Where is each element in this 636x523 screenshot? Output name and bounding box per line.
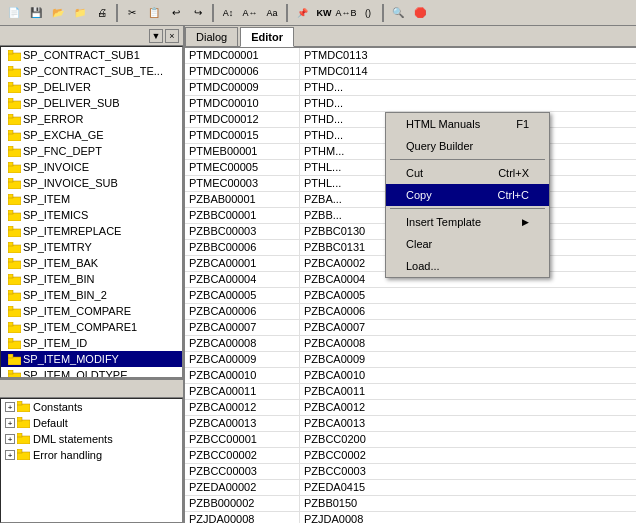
col2: PZBCA0005 (300, 288, 636, 303)
svg-rect-9 (8, 114, 13, 118)
ctx-label: Clear (406, 238, 432, 250)
table-row[interactable]: PZBB000002 PZBB0150 (185, 496, 636, 512)
redo-btn[interactable]: ↪ (188, 3, 208, 23)
item-icon (7, 192, 21, 206)
search-btn[interactable]: 🔍 (388, 3, 408, 23)
tree-item[interactable]: SP_ITEM_BIN (1, 271, 182, 287)
table-row[interactable]: PTMDC00010 PTHD... (185, 96, 636, 112)
template-item[interactable]: + DML statements (1, 431, 182, 447)
template-item[interactable]: + Constants (1, 399, 182, 415)
table-row[interactable]: PZBCA00008 PZBCA0008 (185, 336, 636, 352)
tree-item[interactable]: SP_CONTRACT_SUB_TE... (1, 63, 182, 79)
table-row[interactable]: PZBCA00009 PZBCA0009 (185, 352, 636, 368)
format2-btn[interactable]: A↔ (240, 3, 260, 23)
tree-item[interactable]: SP_ERROR (1, 111, 182, 127)
table-row[interactable]: PZBCA00010 PZBCA0010 (185, 368, 636, 384)
tree-item[interactable]: SP_ITEM_MODIFY (1, 351, 182, 367)
tree-item[interactable]: SP_ITEMREPLACE (1, 223, 182, 239)
new-btn[interactable]: 📄 (4, 3, 24, 23)
ctx-item-copy[interactable]: CopyCtrl+C (386, 184, 549, 206)
item-icon (7, 48, 21, 62)
tab-editor[interactable]: Editor (240, 27, 294, 47)
print-btn[interactable]: 🖨 (92, 3, 112, 23)
tree-item[interactable]: SP_ITEM_COMPARE1 (1, 319, 182, 335)
item-icon (7, 112, 21, 126)
copy-btn[interactable]: 📋 (144, 3, 164, 23)
svg-rect-11 (8, 130, 13, 134)
svg-rect-1 (8, 50, 13, 54)
col1: PTMDC00012 (185, 112, 300, 127)
ctx-item-html-manuals[interactable]: HTML ManualsF1 (386, 113, 549, 135)
tree-item[interactable]: SP_INVOICE (1, 159, 182, 175)
tree-item[interactable]: SP_ITEM_OLDTYPE (1, 367, 182, 378)
svg-rect-51 (17, 401, 22, 405)
t-expand-icon: + (5, 434, 15, 444)
tree-item[interactable]: SP_DELIVER_SUB (1, 95, 182, 111)
item-label: SP_INVOICE_SUB (23, 177, 118, 189)
table-row[interactable]: PZJDA00008 PZJDA0008 (185, 512, 636, 523)
col1: PZBBC00003 (185, 224, 300, 239)
table-row[interactable]: PTMDC00006 PTMDC0114 (185, 64, 636, 80)
open2-btn[interactable]: 📁 (70, 3, 90, 23)
table-row[interactable]: PZBCC00002 PZBCC0002 (185, 448, 636, 464)
svg-rect-15 (8, 162, 13, 166)
tree-item[interactable]: SP_CONTRACT_SUB1 (1, 47, 182, 63)
item-icon (7, 368, 21, 378)
table-row[interactable]: PZBCA00011 PZBCA0011 (185, 384, 636, 400)
tree-item[interactable]: SP_DELIVER (1, 79, 182, 95)
col2: PZBCC0003 (300, 464, 636, 479)
cut-btn[interactable]: ✂ (122, 3, 142, 23)
tree-item[interactable]: SP_FNC_DEPT (1, 143, 182, 159)
table-row[interactable]: PTMDC00009 PTHD... (185, 80, 636, 96)
table-row[interactable]: PTMDC00001 PTMDC0113 (185, 48, 636, 64)
undo-btn[interactable]: ↩ (166, 3, 186, 23)
table-row[interactable]: PZBCC00003 PZBCC0003 (185, 464, 636, 480)
template-item[interactable]: + Default (1, 415, 182, 431)
ctx-item-cut[interactable]: CutCtrl+X (386, 162, 549, 184)
format1-btn[interactable]: A↕ (218, 3, 238, 23)
save-btn[interactable]: 💾 (26, 3, 46, 23)
kw-btn[interactable]: KW (314, 3, 334, 23)
template-label: Error handling (33, 449, 102, 461)
ctx-shortcut: Ctrl+X (498, 167, 529, 179)
table-row[interactable]: PZBCA00006 PZBCA0006 (185, 304, 636, 320)
table-row[interactable]: PZEDA00002 PZEDA0415 (185, 480, 636, 496)
ctx-item-clear[interactable]: Clear (386, 233, 549, 255)
table-row[interactable]: PZBCA00007 PZBCA0007 (185, 320, 636, 336)
paren-btn[interactable]: () (358, 3, 378, 23)
tree-item[interactable]: SP_ITEM_BIN_2 (1, 287, 182, 303)
tree-item[interactable]: SP_ITEMTRY (1, 239, 182, 255)
ab-btn[interactable]: A↔B (336, 3, 356, 23)
bookmark-btn[interactable]: 📌 (292, 3, 312, 23)
ctx-item-load...[interactable]: Load... (386, 255, 549, 277)
tree-item[interactable]: SP_INVOICE_SUB (1, 175, 182, 191)
stop-btn[interactable]: 🛑 (410, 3, 430, 23)
table-row[interactable]: PZBCA00005 PZBCA0005 (185, 288, 636, 304)
table-row[interactable]: PZBCA00013 PZBCA0013 (185, 416, 636, 432)
table-row[interactable]: PZBCA00012 PZBCA0012 (185, 400, 636, 416)
tree-item[interactable]: SP_ITEM_COMPARE (1, 303, 182, 319)
objects-close-btn[interactable]: × (165, 29, 179, 43)
col2: PZBCA0011 (300, 384, 636, 399)
objects-list[interactable]: SP_CONTRACT_SUB1 SP_CONTRACT_SUB_TE... S… (0, 46, 183, 378)
ctx-item-insert-template[interactable]: Insert Template▶ (386, 211, 549, 233)
col2: PZJDA0008 (300, 512, 636, 523)
templates-list[interactable]: + Constants + Default + DML statements + (0, 398, 183, 523)
col1: PZBB000002 (185, 496, 300, 511)
ctx-item-query-builder[interactable]: Query Builder (386, 135, 549, 157)
tree-item[interactable]: SP_ITEM_BAK (1, 255, 182, 271)
item-label: SP_ITEM_BIN (23, 273, 95, 285)
tab-dialog[interactable]: Dialog (185, 27, 238, 46)
svg-rect-13 (8, 146, 13, 150)
item-label: SP_ITEMICS (23, 209, 88, 221)
table-row[interactable]: PZBCC00001 PZBCC0200 (185, 432, 636, 448)
objects-dropdown-btn[interactable]: ▼ (149, 29, 163, 43)
tree-item[interactable]: SP_ITEM (1, 191, 182, 207)
tree-item[interactable]: SP_ITEM_ID (1, 335, 182, 351)
open-btn[interactable]: 📂 (48, 3, 68, 23)
tree-item[interactable]: SP_EXCHA_GE (1, 127, 182, 143)
tree-item[interactable]: SP_ITEMICS (1, 207, 182, 223)
main-layout: ▼ × SP_CONTRACT_SUB1 SP_CONTRACT_SUB_TE.… (0, 26, 636, 523)
template-item[interactable]: + Error handling (1, 447, 182, 463)
font-btn[interactable]: Aa (262, 3, 282, 23)
